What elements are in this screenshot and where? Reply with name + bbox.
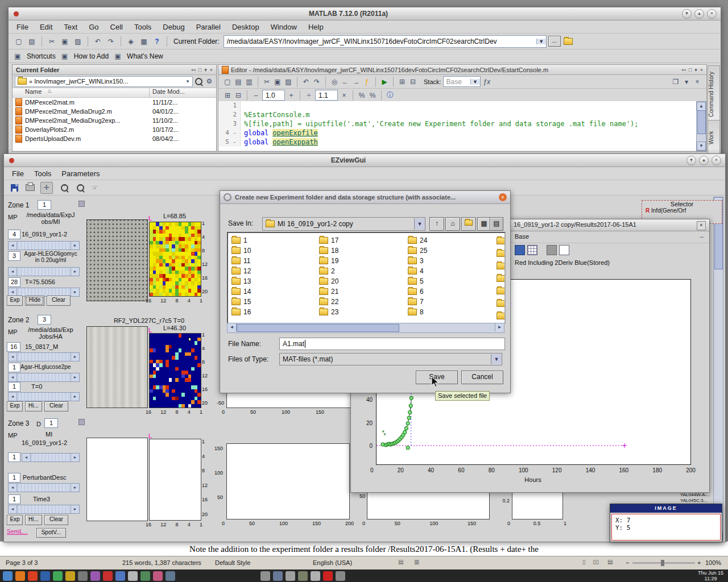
zoom-out-icon[interactable]: − — [73, 182, 85, 193]
taskbar-icon[interactable] — [298, 571, 308, 581]
folder-item[interactable]: 8 — [408, 307, 493, 317]
scroll-right-icon[interactable]: ► — [495, 323, 504, 331]
zoom-slider-thumb[interactable] — [661, 560, 664, 566]
paste-icon[interactable]: ▨ — [284, 76, 293, 87]
dock-icon[interactable]: ↤ — [681, 67, 686, 73]
folder-item[interactable]: 20 — [319, 276, 404, 286]
menu-item[interactable]: Edit — [40, 23, 52, 31]
zone3-grid-icon[interactable] — [78, 419, 85, 425]
taskbar-icon[interactable] — [336, 571, 345, 581]
breakpoint-icon[interactable]: ƒ — [362, 76, 371, 87]
close-button[interactable]: × — [712, 156, 721, 165]
taskbar-icon[interactable] — [78, 571, 88, 581]
paste-icon[interactable]: ▨ — [72, 36, 84, 47]
cell-run-icon[interactable]: ⊞ — [398, 76, 407, 87]
folder-item[interactable]: 10 — [231, 246, 317, 256]
results-context[interactable]: Base — [515, 233, 529, 240]
view-book-icon[interactable]: ▤ — [607, 559, 613, 565]
selection-mode-icon[interactable]: ▤ — [398, 559, 403, 565]
zoom-out-icon[interactable]: − — [626, 559, 629, 566]
zone3-spinner[interactable]: 1 — [44, 418, 58, 428]
cancel-button[interactable]: Cancel — [461, 371, 503, 384]
gear-icon[interactable]: ⚙ — [205, 76, 214, 87]
results-tool-table-icon[interactable] — [527, 245, 537, 255]
list-view-button[interactable]: ▦ — [477, 217, 491, 231]
divide-icon[interactable]: ÷ — [304, 90, 313, 101]
selector-r[interactable]: R — [646, 207, 650, 214]
close-icon[interactable]: × — [697, 221, 706, 230]
taskbar-icon[interactable] — [140, 571, 150, 581]
zone1-exp-button[interactable]: Exp — [7, 296, 23, 306]
taskbar-icon[interactable] — [65, 571, 75, 581]
print-icon[interactable] — [24, 182, 36, 193]
decrease-icon[interactable]: – — [251, 90, 260, 101]
zone2-mp-index[interactable]: 16 — [7, 342, 20, 352]
folder-item[interactable]: 5 — [408, 276, 493, 286]
taskbar-clock[interactable]: Thu Jun 15 11:29 — [698, 570, 728, 581]
fx-icon[interactable]: ƒx — [482, 76, 491, 87]
ezview-scrollbar[interactable]: ▲ ▼ — [713, 197, 723, 541]
select-tool-icon[interactable]: ✛ — [40, 182, 53, 194]
folder-item[interactable]: 4 — [408, 266, 493, 276]
zone2-media-index[interactable]: 1 — [8, 363, 20, 372]
tab-command-history[interactable]: Command History — [708, 65, 720, 123]
zone1-spinner[interactable]: 1 — [38, 200, 51, 210]
restore-icon[interactable]: □ — [198, 67, 201, 73]
menu-icon[interactable]: ▾ — [694, 67, 697, 73]
cut-icon[interactable]: ✂ — [262, 76, 271, 87]
find-icon[interactable]: ◎ — [330, 76, 339, 87]
undo-icon[interactable]: ↶ — [92, 36, 104, 47]
modified-icon[interactable]: ▥ — [414, 559, 419, 565]
taskbar-icon[interactable] — [311, 571, 320, 581]
results-tool-gray-icon[interactable] — [547, 245, 557, 255]
folder-item[interactable]: 19 — [319, 256, 404, 266]
zone1-slider-2[interactable]: ◄► — [8, 267, 80, 276]
close-icon[interactable]: × — [210, 67, 213, 73]
dialog-close-icon[interactable]: × — [499, 193, 507, 201]
run-icon[interactable]: ▶ — [380, 76, 389, 87]
file-name-input[interactable]: A1.mat — [279, 338, 505, 350]
back-icon[interactable]: ← — [341, 76, 350, 87]
zone2-slider-1[interactable]: ◄► — [8, 352, 80, 361]
file-row[interactable]: DpertsUploadDev.m 08/04/2... — [13, 134, 216, 143]
scroll-left-icon[interactable]: ◄ — [228, 323, 237, 331]
taskbar-icon[interactable] — [53, 571, 63, 581]
taskbar-icon[interactable] — [15, 571, 25, 581]
folder-item[interactable]: 24 — [408, 235, 493, 246]
folder-item[interactable]: 1 — [231, 235, 317, 246]
zone2-slider-3[interactable]: ◄► — [8, 392, 80, 401]
folder-item[interactable]: 18 — [319, 246, 404, 256]
chevron-down-icon[interactable]: ▼ — [414, 218, 425, 230]
folder-item[interactable]: 16 — [231, 307, 317, 317]
folder-item[interactable]: 12 — [231, 266, 317, 276]
open-file-icon[interactable]: ▤ — [26, 36, 38, 47]
taskbar-icon[interactable] — [3, 571, 13, 581]
taskbar-icon[interactable] — [166, 571, 175, 581]
zone3-mp-index[interactable]: 1 — [8, 452, 20, 462]
maximize-button[interactable]: ▴ — [694, 9, 704, 19]
percent-icon[interactable]: % — [357, 90, 366, 101]
zone2-spinner[interactable]: 3 — [38, 315, 51, 325]
image-window-titlebar[interactable]: IMAGE — [610, 504, 722, 513]
current-folder-combo[interactable]: /media/data/EASY/InovImager_jwrCF_WINLin… — [224, 35, 547, 48]
menu-item[interactable]: File — [12, 169, 24, 178]
go-arrow-icon[interactable]: → — [698, 232, 705, 239]
menu-icon[interactable]: ▾ — [204, 67, 207, 73]
folder-item[interactable]: 3 — [408, 256, 493, 266]
heatmap-zone1[interactable] — [149, 222, 201, 297]
file-row[interactable]: DMPexcel2mat_MediaDrug2exp... 11/10/2... — [13, 116, 216, 125]
save-icon[interactable] — [9, 182, 20, 193]
cell-insert-icon[interactable]: ⊟ — [408, 76, 417, 87]
close-icon[interactable]: × — [700, 67, 703, 73]
cell-divider-icon[interactable]: ⊟ — [234, 90, 243, 101]
folder-item[interactable]: 13 — [231, 276, 317, 286]
selector-label[interactable]: Infd(Gene/Orf — [651, 207, 686, 214]
word-count[interactable]: 215 words, 1,387 characters — [122, 559, 201, 566]
folder-item[interactable]: 2 — [319, 266, 404, 276]
column-headers[interactable]: Name △ Date Mod... — [13, 88, 216, 98]
folder-item[interactable]: 7 — [408, 297, 493, 307]
gene-label-2[interactable]: YAL045C:3... — [680, 498, 710, 504]
editor-scrollbar[interactable]: ▲ ▼ — [696, 101, 706, 151]
folder-item[interactable]: 22 — [319, 297, 404, 307]
folder-item[interactable]: 6 — [408, 286, 493, 297]
